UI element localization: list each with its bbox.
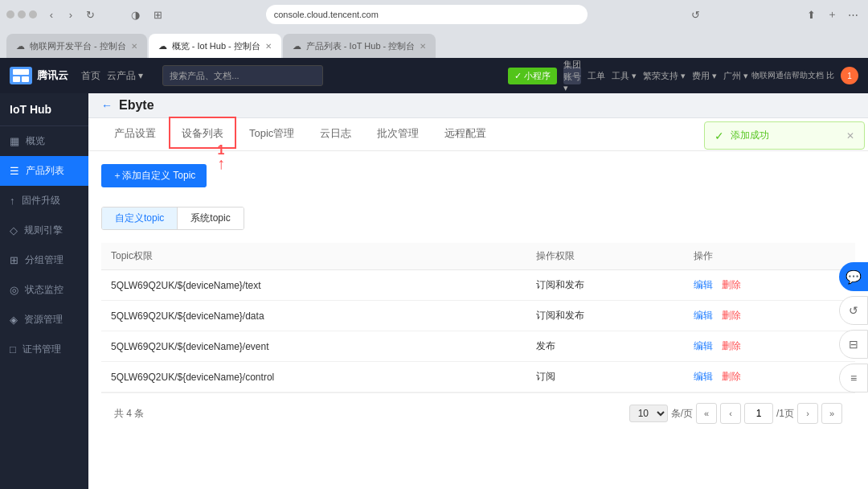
settings-float-btn[interactable]: ≡ bbox=[839, 364, 868, 392]
sidebar-item-product-list-label: 产品列表 bbox=[26, 164, 64, 178]
account-btn[interactable]: 费用 ▾ bbox=[692, 70, 717, 82]
address-text: console.cloud.tencent.com bbox=[274, 10, 379, 19]
address-bar[interactable]: console.cloud.tencent.com bbox=[266, 5, 588, 24]
tab-3[interactable]: ☁ 产品列表 - IoT Hub - 控制台 ✕ bbox=[283, 34, 436, 58]
nav-reload-btn[interactable]: ↻ bbox=[82, 6, 98, 23]
tools-btn[interactable]: 工具 ▾ bbox=[612, 70, 637, 82]
nav-search[interactable]: 搜索产品、文档... bbox=[162, 65, 323, 86]
tab-2-label: 概览 - Iot Hub - 控制台 bbox=[172, 40, 260, 52]
table-header: Topic权限 操作权限 操作 bbox=[101, 243, 855, 270]
region-selector[interactable]: 广州 ▾ 物联网通信帮助文档 比 bbox=[723, 70, 834, 82]
tab-1[interactable]: ☁ 物联网开发平台 - 控制台 ✕ bbox=[6, 34, 147, 58]
cell-permission-2: 发布 bbox=[526, 331, 684, 362]
edit-btn-0[interactable]: 编辑 bbox=[694, 279, 713, 290]
green-miniapp-btn[interactable]: ✓ 小程序 bbox=[508, 68, 557, 84]
app-body: IoT Hub ▦ 概览 ☰ 产品列表 ↑ 固件升级 ◇ 规则引擎 ⊞ 分组管理… bbox=[0, 93, 868, 489]
nav-right: ✓ 小程序 集团账号 ▾ 工单 工具 ▾ 繁荣支持 ▾ 费用 ▾ 广州 ▾ 物联… bbox=[508, 67, 858, 84]
refresh-float-btn[interactable]: ↺ bbox=[839, 296, 868, 325]
sidebar-item-monitor-label: 状态监控 bbox=[25, 283, 63, 297]
sidebar: IoT Hub ▦ 概览 ☰ 产品列表 ↑ 固件升级 ◇ 规则引擎 ⊞ 分组管理… bbox=[0, 93, 88, 489]
sidebar-item-groups[interactable]: ⊞ 分组管理 bbox=[0, 245, 88, 275]
sub-tab-custom[interactable]: 自定义topic bbox=[102, 208, 178, 229]
sidebar-item-monitor[interactable]: ◎ 状态监控 bbox=[0, 275, 88, 305]
edit-btn-3[interactable]: 编辑 bbox=[694, 371, 713, 382]
tab-cloud-log[interactable]: 云日志 bbox=[307, 118, 364, 150]
delete-btn-0[interactable]: 删除 bbox=[722, 279, 741, 290]
table-row: 5QLW69Q2UK/${deviceName}/text 订阅和发布 编辑 删… bbox=[101, 270, 855, 301]
svg-rect-2 bbox=[22, 76, 29, 82]
tab-product-settings[interactable]: 产品设置 bbox=[101, 118, 169, 150]
edit-btn-1[interactable]: 编辑 bbox=[694, 310, 713, 321]
tab-topic-mgmt[interactable]: Topic管理 bbox=[236, 118, 307, 150]
page-size-select[interactable]: 10 20 50 bbox=[629, 405, 668, 422]
nav-products[interactable]: 云产品 ▾ bbox=[107, 69, 143, 83]
first-page-btn[interactable]: « bbox=[696, 403, 717, 424]
tab-2-close[interactable]: ✕ bbox=[265, 42, 272, 51]
dark-mode-icon[interactable]: ◑ bbox=[127, 6, 143, 23]
delete-btn-1[interactable]: 删除 bbox=[722, 310, 741, 321]
pagination: 共 4 条 10 20 50 条/页 « ‹ /1页 › bbox=[101, 392, 855, 434]
col-action: 操作 bbox=[684, 243, 855, 270]
tab-remote-config[interactable]: 远程配置 bbox=[432, 118, 499, 150]
last-page-btn[interactable]: » bbox=[821, 403, 842, 424]
page-number-input[interactable] bbox=[744, 403, 773, 424]
logo: 腾讯云 bbox=[10, 67, 68, 84]
main-area: ← Ebyte 产品设置 设备列表 Topic管理 云日志 批次管理 远程配置 bbox=[88, 93, 868, 489]
firmware-icon: ↑ bbox=[10, 195, 15, 207]
edit-btn-2[interactable]: 编辑 bbox=[694, 340, 713, 351]
new-tab-icon[interactable]: ＋ bbox=[825, 6, 841, 23]
product-header: ← Ebyte bbox=[88, 93, 868, 118]
share-icon[interactable]: ⬆ bbox=[804, 6, 820, 23]
tab-device-list-label: 设备列表 bbox=[182, 127, 223, 139]
avatar[interactable]: 1 bbox=[841, 67, 858, 84]
sub-tab-system[interactable]: 系统topic bbox=[178, 208, 243, 229]
sidebar-item-overview[interactable]: ▦ 概览 bbox=[0, 126, 88, 156]
tab-content: 1 ↑ ＋添加自定义 Topic 自定义topic 系统topic bbox=[88, 151, 868, 489]
back-button[interactable]: ← bbox=[101, 99, 113, 112]
total-text: 共 4 条 bbox=[114, 408, 144, 419]
overview-icon: ▦ bbox=[10, 135, 19, 147]
chat-float-btn[interactable]: 💬 bbox=[839, 262, 868, 291]
nav-forward-btn[interactable]: › bbox=[63, 6, 79, 23]
nav-home[interactable]: 首页 bbox=[81, 69, 100, 83]
sidebar-item-rules[interactable]: ◇ 规则引擎 bbox=[0, 216, 88, 245]
delete-btn-2[interactable]: 删除 bbox=[722, 340, 741, 351]
group-account-btn[interactable]: 集团账号 ▾ bbox=[563, 67, 581, 84]
more-icon[interactable]: ⋯ bbox=[845, 6, 862, 23]
tab-3-close[interactable]: ✕ bbox=[420, 42, 426, 51]
cell-permission-1: 订阅和发布 bbox=[526, 301, 684, 331]
tab-3-favicon: ☁ bbox=[293, 41, 301, 51]
sidebar-item-product-list[interactable]: ☰ 产品列表 bbox=[0, 156, 88, 186]
support-btn[interactable]: 繁荣支持 ▾ bbox=[643, 70, 686, 82]
tab-2-favicon: ☁ bbox=[158, 41, 167, 51]
delete-btn-3[interactable]: 删除 bbox=[722, 371, 741, 382]
notification-close-btn[interactable]: ✕ bbox=[846, 130, 854, 142]
col-topic: Topic权限 bbox=[101, 243, 526, 270]
avatar-text: 1 bbox=[847, 72, 852, 80]
work-order-btn[interactable]: 工单 bbox=[588, 70, 605, 82]
total-pages-text: /1页 bbox=[776, 407, 794, 421]
prev-page-btn[interactable]: ‹ bbox=[720, 403, 741, 424]
main-content: 产品设置 设备列表 Topic管理 云日志 批次管理 远程配置 1 ↑ bbox=[88, 118, 868, 489]
cell-permission-3: 订阅 bbox=[526, 362, 684, 392]
docs-float-btn[interactable]: ⊟ bbox=[839, 330, 868, 359]
tab-batch-mgmt[interactable]: 批次管理 bbox=[364, 118, 432, 150]
browser-dots bbox=[6, 10, 37, 18]
sidebar-item-resources[interactable]: ◈ 资源管理 bbox=[0, 305, 88, 335]
next-page-btn[interactable]: › bbox=[797, 403, 818, 424]
logo-icon bbox=[10, 67, 32, 84]
tab-2[interactable]: ☁ 概览 - Iot Hub - 控制台 ✕ bbox=[149, 34, 281, 58]
nav-back-btn[interactable]: ‹ bbox=[43, 6, 59, 23]
screenshot-icon[interactable]: ⊞ bbox=[149, 6, 166, 23]
sidebar-item-certs[interactable]: □ 证书管理 bbox=[0, 335, 88, 364]
col-permission: 操作权限 bbox=[526, 243, 684, 270]
reload-icon[interactable]: ↺ bbox=[687, 6, 703, 23]
cell-topic-2: 5QLW69Q2UK/${deviceName}/event bbox=[101, 331, 526, 362]
tab-device-list[interactable]: 设备列表 bbox=[169, 118, 236, 150]
add-custom-topic-btn[interactable]: ＋添加自定义 Topic bbox=[101, 164, 207, 187]
tab-1-close[interactable]: ✕ bbox=[131, 42, 137, 51]
sub-tabs: 自定义topic 系统topic bbox=[101, 207, 244, 230]
sidebar-item-firmware[interactable]: ↑ 固件升级 bbox=[0, 186, 88, 216]
svg-rect-0 bbox=[13, 69, 29, 75]
cell-actions-0: 编辑 删除 bbox=[684, 270, 855, 301]
